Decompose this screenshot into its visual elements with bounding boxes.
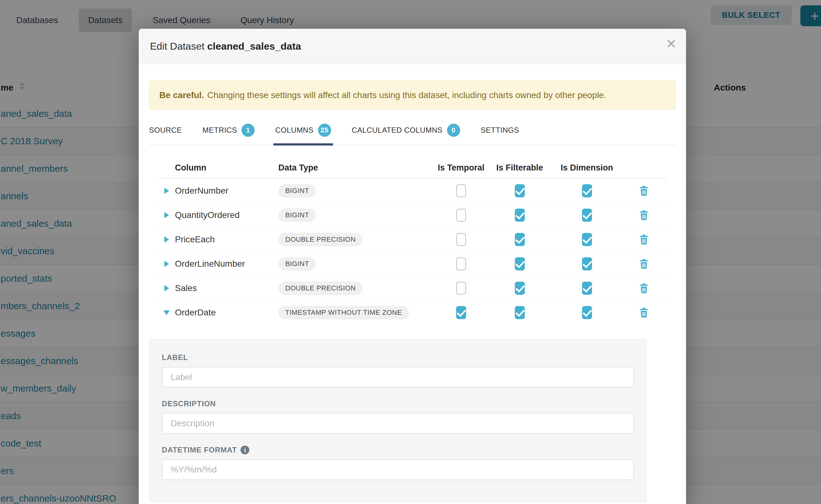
modal-title: Edit Dataset cleaned_sales_data [150, 41, 301, 52]
expand-caret-icon[interactable] [164, 236, 169, 243]
tab-label: SOURCE [149, 126, 182, 135]
warning-banner-text: Changing these settings will affect all … [207, 90, 606, 100]
modal-title-prefix: Edit Dataset [150, 41, 204, 52]
description-field-label: DESCRIPTION [162, 399, 634, 408]
tab-count-badge: 1 [241, 124, 255, 137]
delete-column-icon[interactable] [621, 185, 667, 196]
column-row-ordernumber: OrderNumberBIGINT [158, 179, 667, 203]
is-temporal-header: Is Temporal [436, 163, 486, 173]
tab-count-badge: 25 [318, 124, 331, 137]
column-name: PriceEach [175, 235, 278, 245]
datatype-pill: DOUBLE PRECISION [278, 281, 363, 295]
column-name: Sales [175, 283, 278, 293]
tab-count-badge: 0 [447, 124, 460, 137]
edit-dataset-modal: Edit Dataset cleaned_sales_data ✕ Be car… [139, 29, 686, 504]
collapse-caret-icon[interactable] [163, 310, 170, 315]
tab-metrics[interactable]: METRICS1 [202, 124, 255, 145]
column-header: Column [175, 163, 278, 173]
modal-header: Edit Dataset cleaned_sales_data ✕ [139, 29, 686, 64]
datatype-pill: TIMESTAMP WITHOUT TIME ZONE [278, 306, 409, 319]
tab-settings[interactable]: SETTINGS [481, 124, 519, 145]
is-dimension-checkbox[interactable] [582, 209, 592, 222]
delete-column-icon[interactable] [621, 259, 667, 269]
column-name: QuantityOrdered [175, 210, 278, 220]
is-temporal-checkbox[interactable] [456, 209, 466, 222]
column-name: OrderDate [175, 308, 278, 318]
delete-column-icon[interactable] [621, 210, 667, 220]
is-dimension-header: Is Dimension [553, 163, 621, 173]
is-filterable-checkbox[interactable] [515, 209, 525, 222]
columns-table: Column Data Type Is Temporal Is Filterab… [158, 157, 667, 325]
delete-column-icon[interactable] [621, 283, 667, 294]
is-dimension-checkbox[interactable] [582, 282, 592, 295]
is-filterable-header: Is Filterable [486, 163, 553, 173]
tab-source[interactable]: SOURCE [149, 124, 182, 145]
is-temporal-checkbox[interactable] [456, 233, 466, 246]
expand-caret-icon[interactable] [164, 285, 169, 291]
is-dimension-checkbox[interactable] [582, 184, 592, 197]
is-temporal-checkbox[interactable] [456, 282, 466, 295]
is-filterable-checkbox[interactable] [515, 257, 525, 270]
tab-label: CALCULATED COLUMNS [352, 126, 443, 135]
tab-columns[interactable]: COLUMNS25 [275, 124, 331, 145]
tab-label: COLUMNS [275, 126, 314, 135]
warning-banner-bold: Be careful. [159, 90, 204, 100]
delete-column-icon[interactable] [621, 307, 667, 318]
columns-table-body: OrderNumberBIGINTQuantityOrderedBIGINTPr… [158, 179, 667, 325]
tab-calculated-columns[interactable]: CALCULATED COLUMNS0 [352, 124, 460, 145]
datetime-format-field-label: DATETIME FORMAT i [162, 446, 634, 454]
modal-body: Be careful.Changing these settings will … [139, 81, 686, 502]
is-dimension-checkbox[interactable] [582, 233, 592, 246]
app-root: DatabasesDatasetsSaved QueriesQuery Hist… [0, 0, 821, 504]
datetime-format-input[interactable] [162, 459, 634, 480]
datatype-header: Data Type [278, 163, 436, 173]
column-row-orderdate: OrderDateTIMESTAMP WITHOUT TIME ZONE [158, 300, 667, 325]
datatype-pill: BIGINT [278, 257, 316, 271]
info-icon[interactable]: i [240, 446, 249, 454]
label-field-label: LABEL [162, 353, 634, 362]
column-row-orderlinenumber: OrderLineNumberBIGINT [158, 252, 667, 276]
is-filterable-checkbox[interactable] [515, 184, 525, 197]
is-dimension-checkbox[interactable] [582, 257, 592, 270]
tab-label: METRICS [202, 126, 237, 135]
warning-banner: Be careful.Changing these settings will … [149, 81, 676, 110]
expand-caret-icon[interactable] [164, 261, 169, 267]
description-input[interactable] [162, 413, 634, 434]
column-row-priceeach: PriceEachDOUBLE PRECISION [158, 227, 667, 252]
close-icon[interactable]: ✕ [666, 37, 677, 51]
delete-column-icon[interactable] [621, 234, 667, 245]
is-temporal-checkbox[interactable] [456, 306, 466, 319]
is-temporal-checkbox[interactable] [456, 257, 466, 270]
datatype-pill: BIGINT [278, 208, 316, 222]
expand-caret-icon[interactable] [164, 212, 169, 218]
column-row-quantityordered: QuantityOrderedBIGINT [158, 203, 667, 227]
datatype-pill: BIGINT [278, 184, 316, 198]
column-row-sales: SalesDOUBLE PRECISION [158, 276, 667, 300]
modal-title-dataset-name: cleaned_sales_data [207, 41, 301, 52]
is-dimension-checkbox[interactable] [582, 306, 592, 319]
is-filterable-checkbox[interactable] [515, 233, 525, 246]
column-detail-panel: LABEL DESCRIPTION DATETIME FORMAT i [149, 339, 647, 502]
modal-tabs: SOURCEMETRICS1COLUMNS25CALCULATED COLUMN… [149, 115, 676, 146]
is-temporal-checkbox[interactable] [456, 184, 466, 197]
is-filterable-checkbox[interactable] [515, 282, 525, 295]
is-filterable-checkbox[interactable] [515, 306, 525, 319]
column-name: OrderLineNumber [175, 259, 278, 269]
expand-caret-icon[interactable] [164, 188, 169, 194]
label-input[interactable] [162, 367, 634, 388]
columns-table-header: Column Data Type Is Temporal Is Filterab… [158, 157, 667, 179]
column-name: OrderNumber [175, 186, 278, 196]
datatype-pill: DOUBLE PRECISION [278, 233, 363, 246]
tab-label: SETTINGS [481, 126, 519, 135]
